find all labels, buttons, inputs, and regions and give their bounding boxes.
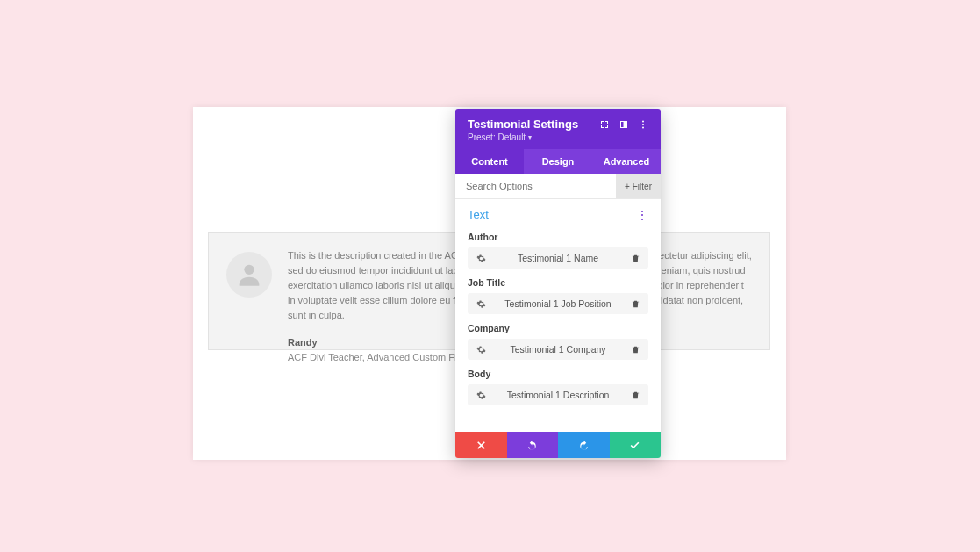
trash-icon[interactable]: [629, 254, 641, 263]
person-icon: [234, 260, 264, 290]
tab-content[interactable]: Content: [455, 149, 524, 174]
snap-icon[interactable]: [619, 119, 629, 130]
trash-icon[interactable]: [629, 391, 641, 400]
close-icon: [476, 440, 487, 451]
field-author-input[interactable]: Testimonial 1 Name: [468, 247, 648, 269]
field-body: Body Testimonial 1 Description: [455, 369, 661, 414]
gear-icon[interactable]: [475, 299, 487, 309]
undo-button[interactable]: [507, 432, 559, 458]
svg-point-2: [642, 124, 644, 125]
cancel-button[interactable]: [455, 432, 507, 458]
section-text: Text ⋮: [455, 199, 661, 232]
modal-title: Testimonial Settings: [468, 118, 578, 131]
field-job-title: Job Title Testimonial 1 Job Position: [455, 277, 661, 323]
search-input[interactable]: [455, 174, 616, 198]
svg-point-3: [642, 127, 644, 129]
filter-label: Filter: [633, 182, 652, 191]
undo-icon: [526, 440, 538, 451]
redo-icon: [578, 440, 590, 451]
field-company-input[interactable]: Testimonial 1 Company: [468, 339, 648, 360]
filter-button[interactable]: + Filter: [616, 174, 661, 198]
preset-selector[interactable]: Preset: Default ▾: [468, 133, 578, 142]
tab-advanced[interactable]: Advanced: [592, 149, 661, 174]
gear-icon[interactable]: [475, 391, 487, 400]
save-button[interactable]: [610, 432, 662, 458]
modal-tabs: Content Design Advanced: [455, 149, 661, 174]
modal-header[interactable]: Testimonial Settings Preset: Default ▾: [455, 109, 661, 149]
svg-point-0: [244, 265, 254, 275]
avatar: [226, 252, 272, 298]
settings-modal[interactable]: Testimonial Settings Preset: Default ▾ C…: [455, 109, 661, 458]
section-menu-icon[interactable]: ⋮: [636, 209, 648, 221]
plus-icon: +: [625, 182, 630, 191]
gear-icon[interactable]: [475, 254, 487, 263]
field-job-title-input[interactable]: Testimonial 1 Job Position: [468, 293, 648, 314]
tab-design[interactable]: Design: [524, 149, 592, 174]
trash-icon[interactable]: [629, 299, 641, 309]
expand-icon[interactable]: [599, 119, 610, 130]
field-author-label: Author: [468, 232, 648, 242]
field-company: Company Testimonial 1 Company: [455, 323, 661, 369]
modal-footer: [455, 432, 661, 458]
gear-icon[interactable]: [475, 345, 487, 355]
field-company-value: Testimonial 1 Company: [487, 344, 629, 355]
field-body-label: Body: [468, 369, 648, 379]
field-author-value: Testimonial 1 Name: [487, 253, 629, 263]
field-company-label: Company: [468, 323, 648, 333]
field-job-title-value: Testimonial 1 Job Position: [487, 298, 629, 309]
more-icon[interactable]: [638, 119, 648, 130]
svg-point-1: [642, 121, 644, 123]
preset-label: Preset: Default: [468, 133, 526, 142]
check-icon: [629, 440, 640, 451]
field-author: Author Testimonial 1 Name: [455, 232, 661, 277]
field-job-title-label: Job Title: [468, 277, 648, 288]
redo-button[interactable]: [558, 432, 610, 458]
trash-icon[interactable]: [629, 345, 641, 355]
search-row: + Filter: [455, 174, 661, 199]
field-body-input[interactable]: Testimonial 1 Description: [468, 384, 648, 405]
field-body-value: Testimonial 1 Description: [487, 390, 629, 400]
section-title[interactable]: Text: [468, 208, 489, 221]
chevron-down-icon: ▾: [528, 133, 532, 141]
